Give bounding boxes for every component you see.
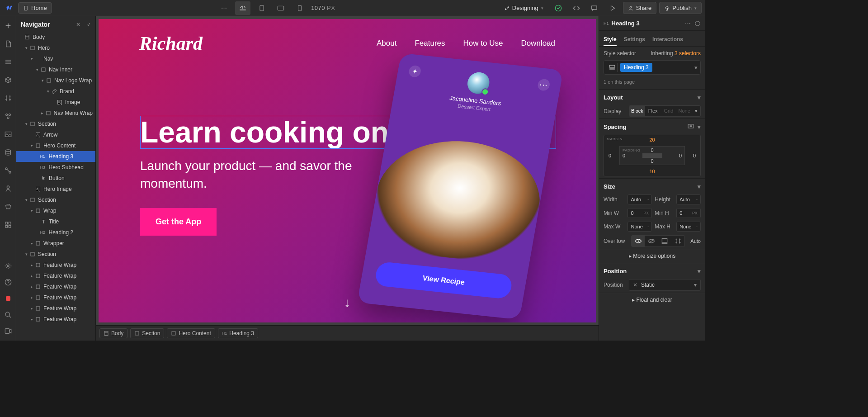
view-recipe-button[interactable]: View Recipe [374, 261, 513, 299]
min-height-input[interactable]: 0PX [676, 208, 701, 218]
class-selector[interactable]: Heading 3 ▾ [604, 60, 701, 75]
breadcrumb-item[interactable]: Section [130, 328, 164, 338]
max-height-input[interactable]: None- [676, 222, 701, 232]
styles-icon[interactable] [3, 111, 13, 121]
tree-row[interactable]: ▾Wrap [16, 205, 95, 216]
margin-top[interactable]: 20 [649, 137, 655, 142]
min-width-input[interactable]: 0PX [627, 208, 652, 218]
audit-icon[interactable] [3, 294, 13, 303]
add-element-icon[interactable] [3, 21, 13, 31]
max-width-input[interactable]: None- [627, 222, 652, 232]
site-menu-item[interactable]: Features [415, 39, 445, 48]
cms-icon[interactable] [3, 147, 13, 157]
tree-row[interactable]: ▾Nav Inner [16, 64, 95, 75]
display-option[interactable]: Flex [645, 106, 661, 116]
inheriting-link[interactable]: 3 selectors [675, 50, 701, 57]
apps-icon[interactable] [3, 220, 13, 230]
display-option[interactable]: Block [629, 106, 645, 116]
selector-state-icon[interactable] [607, 63, 618, 72]
tree-row[interactable]: ▾Brand [16, 86, 95, 97]
element-settings-icon[interactable] [694, 20, 701, 27]
site-menu-item[interactable]: How to Use [463, 39, 503, 48]
padding-top[interactable]: 0 [651, 147, 653, 153]
padding-bottom[interactable]: 0 [651, 158, 653, 164]
element-more-icon[interactable]: ⋯ [685, 20, 691, 27]
site-menu-item[interactable]: Download [521, 39, 555, 48]
collapse-icon[interactable] [75, 22, 81, 27]
padding-left[interactable]: 0 [623, 153, 625, 158]
video-icon[interactable] [3, 326, 13, 336]
design-canvas[interactable]: Richard AboutFeaturesHow to UseDownload … [99, 19, 596, 322]
home-page-button[interactable]: Home [18, 2, 52, 14]
width-input[interactable]: Auto- [627, 194, 652, 204]
overflow-auto-label[interactable]: Auto [690, 238, 701, 244]
tree-row[interactable]: ▾Nav Logo Wrap [16, 75, 95, 86]
tree-row[interactable]: ▸Wrapper [16, 238, 95, 249]
ecommerce-icon[interactable] [3, 202, 13, 212]
breadcrumb-item[interactable]: Hero Content [167, 328, 215, 338]
tree-row[interactable]: ▾Nav [16, 53, 95, 64]
tree-row[interactable]: H1Heading 3 [16, 151, 95, 162]
margin-right[interactable]: 0 [693, 153, 696, 158]
settings-icon[interactable] [3, 261, 13, 271]
tree-row[interactable]: ▸Nav Menu Wrap [16, 108, 95, 118]
webflow-logo-icon[interactable] [4, 3, 14, 14]
tree-row[interactable]: ▸Feature Wrap [16, 292, 95, 303]
logic-icon[interactable] [3, 166, 13, 175]
tree-row[interactable]: Button [16, 173, 95, 184]
class-chip[interactable]: Heading 3 [620, 63, 652, 72]
display-segmented[interactable]: BlockFlexGridNone▾ [629, 105, 701, 117]
height-input[interactable]: Auto- [676, 194, 701, 204]
float-clear-button[interactable]: ▸ Float and clear [599, 293, 705, 307]
viewport-size[interactable]: 1070PX [311, 5, 335, 11]
tree-row[interactable]: ▾Hero [16, 43, 95, 53]
variables-icon[interactable] [3, 93, 13, 103]
margin-bottom[interactable]: 10 [649, 169, 655, 174]
chevron-down-icon[interactable]: ▾ [694, 64, 698, 71]
padding-right[interactable]: 0 [679, 153, 682, 158]
assets-icon[interactable] [3, 129, 13, 139]
tree-row[interactable]: ▸Feature Wrap [16, 281, 95, 292]
search-icon[interactable] [3, 310, 13, 320]
publish-button[interactable]: Publish ▾ [659, 2, 702, 14]
section-toggle-icon[interactable]: ▾ [698, 183, 701, 190]
breakpoint-landscape-icon[interactable] [273, 1, 288, 15]
position-select[interactable]: ✕ Static ▾ [629, 279, 701, 291]
panel-tab[interactable]: Interactions [652, 33, 683, 46]
tree-row[interactable]: ▾Section [16, 249, 95, 260]
tree-row[interactable]: H3Hero Subhead [16, 162, 95, 173]
tree-row[interactable]: Arrow [16, 129, 95, 140]
tree-row[interactable]: ▸Feature Wrap [16, 303, 95, 314]
tree-row[interactable]: Body [16, 32, 95, 43]
display-more-icon[interactable]: ▾ [692, 106, 700, 116]
status-check-icon[interactable] [551, 1, 566, 15]
panel-tab[interactable]: Style [604, 33, 617, 46]
mode-designing-button[interactable]: Designing ▾ [500, 2, 548, 14]
section-toggle-icon[interactable]: ▾ [698, 94, 701, 101]
display-option[interactable]: None [676, 106, 692, 116]
share-button[interactable]: Share [623, 2, 657, 14]
pin-icon[interactable] [85, 22, 91, 27]
spacing-mode-icon[interactable] [688, 123, 694, 130]
tree-row[interactable]: Hero Image [16, 184, 95, 194]
hero-cta-button[interactable]: Get the App [140, 208, 217, 236]
breadcrumb-item[interactable]: Body [99, 328, 127, 338]
components-icon[interactable] [3, 75, 13, 85]
section-toggle-icon[interactable]: ▾ [698, 268, 701, 275]
tree-row[interactable]: H2Heading 2 [16, 227, 95, 238]
spacing-editor[interactable]: MARGIN 20 10 0 0 PADDING 0 0 0 0 [604, 135, 701, 176]
tree-row[interactable]: ▾Section [16, 118, 95, 129]
breakpoint-tablet-icon[interactable] [254, 1, 269, 15]
code-icon[interactable] [569, 1, 584, 15]
navigator-icon[interactable] [3, 57, 13, 67]
more-icon[interactable]: ⋯ [216, 1, 231, 15]
breadcrumb-item[interactable]: H1Heading 3 [218, 328, 258, 338]
overflow-segmented[interactable] [631, 235, 685, 247]
tree-row[interactable]: ▸Feature Wrap [16, 270, 95, 281]
help-icon[interactable] [3, 277, 13, 287]
tree-row[interactable]: Image [16, 97, 95, 108]
display-option[interactable]: Grid [661, 106, 677, 116]
tree-row[interactable]: ▸Feature Wrap [16, 260, 95, 270]
comment-icon[interactable] [587, 1, 602, 15]
section-toggle-icon[interactable]: ▾ [698, 123, 701, 130]
